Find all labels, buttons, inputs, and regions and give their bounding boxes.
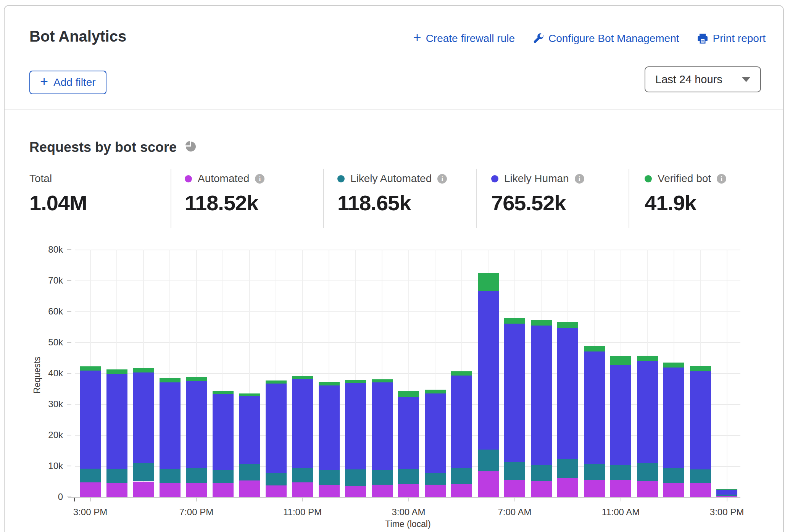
x-axis-tick — [621, 498, 621, 501]
bar-segment-verified-bot — [398, 391, 419, 397]
configure-bot-management-link[interactable]: Configure Bot Management — [532, 32, 679, 45]
bar-segment-verified-bot — [478, 273, 499, 291]
bar-segment-likely-automated — [425, 473, 446, 485]
bar-segment-likely-human — [716, 490, 737, 495]
stat-likely-automated-label: Likely Automated — [350, 172, 432, 185]
bar-segment-verified-bot — [239, 393, 260, 396]
bar-segment-verified-bot — [345, 380, 366, 383]
bar-segment-likely-automated — [663, 468, 684, 483]
add-filter-button[interactable]: + Add filter — [29, 71, 106, 94]
y-tick-label: 40k — [21, 368, 63, 379]
bar-segment-likely-automated — [557, 459, 578, 478]
bar-segment-likely-human — [372, 382, 393, 470]
bar-segment-automated — [584, 480, 605, 497]
y-tick-label: 20k — [21, 430, 63, 440]
stat-verified-bot-label: Verified bot — [658, 172, 711, 185]
bar-segment-automated — [425, 485, 446, 497]
h-gridline — [75, 342, 740, 343]
y-axis-tick — [67, 342, 71, 343]
y-axis-tick — [67, 249, 71, 250]
print-report-label: Print report — [713, 32, 766, 45]
y-axis-tick — [67, 404, 71, 405]
bar-segment-likely-human — [160, 382, 181, 469]
bar-segment-automated — [451, 484, 472, 497]
y-tick-label: 70k — [21, 275, 63, 286]
automated-legend-dot — [185, 175, 192, 182]
bar-segment-automated — [213, 483, 234, 497]
printer-icon — [697, 33, 708, 44]
bar-segment-verified-bot — [292, 376, 313, 379]
h-gridline — [75, 311, 740, 312]
bar-segment-likely-automated — [690, 469, 711, 483]
bar-segment-likely-human — [451, 376, 472, 468]
wrench-icon — [532, 33, 544, 44]
bar-segment-likely-human — [504, 324, 525, 463]
bar-segment-verified-bot — [557, 322, 578, 328]
stat-automated-label: Automated — [198, 172, 249, 185]
x-tick-label: 3:00 PM — [54, 507, 127, 517]
bar-segment-likely-human — [133, 372, 154, 463]
configure-bot-management-label: Configure Bot Management — [548, 32, 679, 45]
bar-segment-likely-automated — [716, 495, 737, 496]
y-axis-tick — [67, 280, 71, 281]
bar-segment-likely-human — [425, 393, 446, 473]
y-axis-tick — [67, 373, 71, 374]
create-firewall-rule-link[interactable]: + Create firewall rule — [413, 32, 515, 45]
bar-segment-verified-bot — [610, 356, 631, 365]
h-gridline — [75, 250, 740, 250]
section-title: Requests by bot score — [29, 139, 177, 155]
bar-segment-verified-bot — [186, 377, 207, 381]
create-firewall-rule-label: Create firewall rule — [426, 32, 515, 45]
stat-total-value: 1.04M — [29, 190, 87, 215]
v-gridline — [727, 250, 727, 497]
bar-segment-automated — [133, 482, 154, 497]
bar-segment-likely-automated — [372, 470, 393, 485]
page-title: Bot Analytics — [29, 28, 126, 45]
bar-segment-likely-automated — [478, 450, 499, 471]
x-axis-tick — [727, 498, 727, 501]
info-icon[interactable] — [717, 174, 726, 184]
bar-segment-verified-bot — [213, 391, 234, 394]
plus-icon: + — [413, 33, 421, 42]
bar-segment-automated — [372, 485, 393, 497]
likely-human-legend-dot — [491, 175, 498, 182]
chart-section-header: Requests by bot score — [29, 139, 197, 155]
info-icon[interactable] — [437, 174, 447, 184]
bar-segment-likely-automated — [637, 463, 658, 481]
bar-segment-likely-automated — [504, 462, 525, 480]
print-report-link[interactable]: Print report — [697, 32, 766, 45]
stat-automated-value: 118.52k — [185, 190, 264, 215]
bar-segment-likely-human — [690, 371, 711, 469]
bar-segment-automated — [637, 481, 658, 497]
x-tick-label: 11:00 AM — [585, 507, 657, 517]
bar-segment-verified-bot — [425, 390, 446, 393]
bar-segment-likely-automated — [531, 465, 552, 481]
stat-likely-human-value: 765.52k — [491, 190, 584, 215]
bar-segment-verified-bot — [637, 356, 658, 361]
stat-total: Total 1.04M — [29, 173, 87, 215]
bar-segment-likely-human — [663, 368, 684, 468]
bar-segment-likely-human — [557, 328, 578, 459]
x-axis-tick — [408, 498, 409, 501]
bar-segment-automated — [504, 480, 525, 497]
bar-segment-likely-automated — [451, 468, 472, 484]
bar-segment-likely-human — [610, 365, 631, 465]
bar-segment-verified-bot — [372, 379, 393, 382]
y-axis-tick — [67, 311, 71, 312]
bar-segment-automated — [319, 485, 340, 497]
x-tick-label: 11:00 PM — [266, 507, 339, 517]
info-icon[interactable] — [575, 174, 584, 184]
info-icon[interactable] — [255, 174, 264, 184]
plus-icon: + — [40, 77, 48, 86]
bar-segment-verified-bot — [531, 320, 552, 326]
bar-segment-automated — [80, 482, 101, 497]
y-axis-tick — [67, 497, 71, 497]
requests-by-bot-score-chart: Requests Time (local) 010k20k30k40k50k60… — [0, 229, 790, 532]
time-range-select[interactable]: Last 24 hours — [645, 66, 761, 92]
bar-segment-likely-automated — [345, 469, 366, 486]
y-axis-tick — [67, 435, 71, 435]
bar-segment-verified-bot — [451, 371, 472, 376]
bar-segment-likely-automated — [239, 464, 260, 480]
bar-segment-verified-bot — [504, 318, 525, 324]
bar-segment-automated — [557, 478, 578, 497]
